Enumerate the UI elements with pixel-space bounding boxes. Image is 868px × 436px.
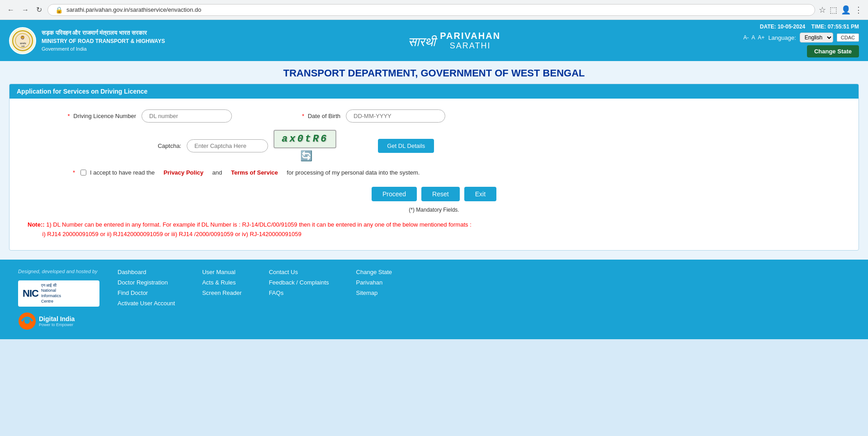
font-size-controls: A- A A+ <box>743 34 764 41</box>
back-button[interactable]: ← <box>5 4 16 16</box>
language-label: Language: <box>768 34 796 41</box>
dob-label: * Date of Birth <box>259 113 340 119</box>
dl-dob-row: * Driving Licence Number * Date of Birth <box>28 109 840 123</box>
footer-inner: Designed, developed and hosted by NIC एन… <box>18 269 850 331</box>
footer-logos: Designed, developed and hosted by NIC एन… <box>18 269 99 331</box>
dl-field-group: * Driving Licence Number <box>55 109 232 123</box>
digital-india-icon <box>18 312 36 330</box>
extensions-icon[interactable]: ⬚ <box>830 5 837 15</box>
footer-col-1: Dashboard Doctor Registration Find Docto… <box>118 269 175 307</box>
footer-user-manual-link[interactable]: User Manual <box>202 269 241 275</box>
header-right: DATE: 10-05-2024 TIME: 07:55:51 PM A- A … <box>743 24 859 57</box>
ministry-line1: MINISTRY OF ROAD TRANSPORT & HIGHWAYS <box>42 37 165 45</box>
captcha-row: Captcha: ax0tR6 🔄 Get DL Details <box>28 130 840 162</box>
footer-sitemap-link[interactable]: Sitemap <box>356 289 392 296</box>
datetime-display: DATE: 10-05-2024 TIME: 07:55:51 PM <box>760 24 859 30</box>
sarathi-english-text: PARIVAHAN SARATHI <box>440 31 500 51</box>
footer-activate-account-link[interactable]: Activate User Account <box>118 300 175 307</box>
header-left: 🦁 सत्यमेव जयते सड़क परिवहन और राजमार्ग म… <box>9 27 165 54</box>
note-heading: Note:: <box>28 221 45 228</box>
sarathi-hindi-text: सारथी <box>408 31 435 50</box>
footer-doctor-reg-link[interactable]: Doctor Registration <box>118 279 175 286</box>
time-value: 07:55:51 PM <box>828 24 859 30</box>
checkbox-required-star: * <box>73 169 75 176</box>
footer-faqs-link[interactable]: FAQs <box>269 289 329 296</box>
and-text: and <box>212 169 222 176</box>
change-state-button[interactable]: Change State <box>807 45 859 57</box>
forward-button[interactable]: → <box>20 4 31 16</box>
captcha-visual: ax0tR6 🔄 <box>274 130 336 162</box>
department-title: TRANSPORT DEPARTMENT, GOVERNMENT OF WEST… <box>0 61 868 84</box>
application-form-box: Application for Services on Driving Lice… <box>9 84 859 251</box>
svg-text:जयते: जयते <box>21 45 25 47</box>
form-body: * Driving Licence Number * Date of Birth <box>9 99 859 250</box>
address-bar[interactable]: 🔒 sarathi.parivahan.gov.in/sarathiservic… <box>47 4 815 16</box>
dl-label: * Driving Licence Number <box>55 113 136 119</box>
action-buttons: Proceed Reset Exit <box>28 187 840 201</box>
footer-change-state-link[interactable]: Change State <box>356 269 392 275</box>
footer-col-4: Change State Parivahan Sitemap <box>356 269 392 307</box>
dob-required-star: * <box>302 113 304 119</box>
terms-checkbox[interactable] <box>80 170 86 175</box>
header-controls: A- A A+ Language: English CDAC <box>743 33 859 43</box>
note-section: Note:: 1) DL Number can be entered in an… <box>28 220 840 239</box>
sarathi-logo: सारथी PARIVAHAN SARATHI <box>408 31 500 51</box>
digital-india-logo: Digital India Power to Empower <box>18 312 99 330</box>
hindi-title: सड़क परिवहन और राजमार्ग मंत्रालय भारत सर… <box>42 28 165 38</box>
footer-contact-us-link[interactable]: Contact Us <box>269 269 329 275</box>
ministry-text: सड़क परिवहन और राजमार्ग मंत्रालय भारत सर… <box>42 28 165 53</box>
mandatory-note: (*) Mandatory Fields. <box>28 207 840 213</box>
processing-text: for processing of my personal data into … <box>287 169 420 176</box>
browser-chrome: ← → ↻ 🔒 sarathi.parivahan.gov.in/sarathi… <box>0 0 868 20</box>
note-formats: i) RJ14 20000091059 or ii) RJ14200000910… <box>42 231 302 237</box>
nic-text-logo: NIC <box>23 288 38 299</box>
svg-text:सत्यमेव: सत्यमेव <box>19 42 26 45</box>
government-emblem: 🦁 सत्यमेव जयते <box>9 27 36 54</box>
svg-point-6 <box>24 318 30 324</box>
footer-col-3: Contact Us Feedback / Complaints FAQs <box>269 269 329 307</box>
font-normal-btn[interactable]: A <box>751 34 755 41</box>
site-header: 🦁 सत्यमेव जयते सड़क परिवहन और राजमार्ग म… <box>0 20 868 61</box>
font-large-btn[interactable]: A+ <box>758 34 764 41</box>
exit-button[interactable]: Exit <box>464 187 496 201</box>
proceed-button[interactable]: Proceed <box>372 187 417 201</box>
checkbox-text: I accept to have read the <box>90 169 155 176</box>
dob-input[interactable] <box>346 109 445 123</box>
nic-logo: NIC एन आई सीNationalInformaticsCentre <box>18 280 99 307</box>
cdac-button[interactable]: CDAC <box>837 33 859 42</box>
captcha-input[interactable] <box>187 139 268 152</box>
reload-button[interactable]: ↻ <box>34 4 44 16</box>
terms-checkbox-row: * I accept to have read the Privacy Poli… <box>73 169 840 176</box>
footer-acts-rules-link[interactable]: Acts & Rules <box>202 279 241 286</box>
language-select[interactable]: English <box>800 33 833 43</box>
time-label: TIME: <box>811 24 826 30</box>
ministry-line2: Government of India <box>42 45 165 53</box>
bookmark-icon[interactable]: ☆ <box>819 5 826 15</box>
note-text: 1) DL Number can be entered in any forma… <box>46 221 472 228</box>
menu-icon[interactable]: ⋮ <box>854 5 863 15</box>
browser-actions: ☆ ⬚ 👤 ⋮ <box>819 5 863 15</box>
footer-find-doctor-link[interactable]: Find Doctor <box>118 289 175 296</box>
footer-links: Dashboard Doctor Registration Find Docto… <box>118 269 850 307</box>
reset-button[interactable]: Reset <box>421 187 460 201</box>
date-value: 10-05-2024 <box>778 24 805 30</box>
profile-icon[interactable]: 👤 <box>841 5 851 15</box>
dl-number-input[interactable] <box>142 109 232 123</box>
footer-col-2: User Manual Acts & Rules Screen Reader <box>202 269 241 307</box>
footer-screen-reader-link[interactable]: Screen Reader <box>202 289 241 296</box>
url-text: sarathi.parivahan.gov.in/sarathiservice/… <box>66 6 201 13</box>
footer-dashboard-link[interactable]: Dashboard <box>118 269 175 275</box>
terms-of-service-link[interactable]: Terms of Service <box>231 169 278 176</box>
dl-required-star: * <box>68 113 70 119</box>
footer-feedback-link[interactable]: Feedback / Complaints <box>269 279 329 286</box>
font-small-btn[interactable]: A- <box>743 34 749 41</box>
captcha-refresh-icon[interactable]: 🔄 <box>300 150 312 162</box>
privacy-policy-link[interactable]: Privacy Policy <box>164 169 203 176</box>
digital-india-text: Digital India Power to Empower <box>39 315 75 327</box>
site-footer: Designed, developed and hosted by NIC एन… <box>0 260 868 340</box>
footer-parivahan-link[interactable]: Parivahan <box>356 279 392 286</box>
captcha-label: Captcha: <box>145 142 181 149</box>
form-box-header: Application for Services on Driving Lice… <box>9 84 859 99</box>
get-dl-button[interactable]: Get DL Details <box>378 139 434 153</box>
footer-designed-text: Designed, developed and hosted by <box>18 269 99 274</box>
